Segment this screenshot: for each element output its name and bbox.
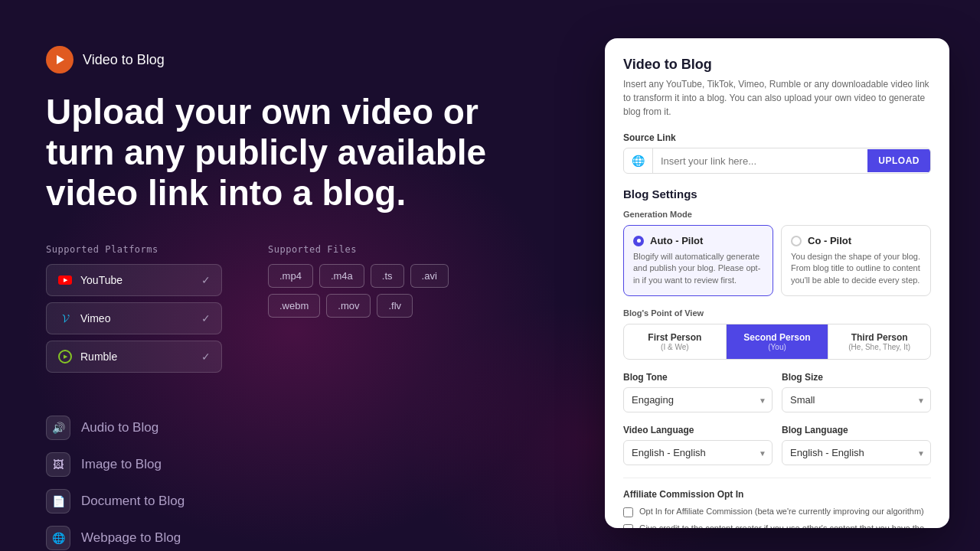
- nav-document-to-blog[interactable]: 📄 Document to Blog: [46, 489, 551, 514]
- file-tag-webm: .webm: [268, 294, 320, 318]
- pov-options: First Person (I & We) Second Person (You…: [623, 324, 931, 360]
- co-pilot-title: Co - Pilot: [808, 235, 851, 246]
- file-tag-ts: .ts: [371, 264, 404, 288]
- pov-first-person[interactable]: First Person (I & We): [624, 324, 727, 359]
- auto-pilot-desc: Blogify will automatically generate and …: [633, 251, 763, 286]
- platforms-label: Supported Platforms: [46, 244, 222, 255]
- file-tag-avi: .avi: [410, 264, 449, 288]
- blog-language-field: Blog Language English - English ▼: [782, 425, 931, 465]
- platform-rumble-label: Rumble: [80, 350, 117, 363]
- affiliate-checkbox-2[interactable]: [623, 524, 633, 528]
- app-title: Video to Blog: [83, 52, 165, 68]
- blog-size-field: Blog Size Small Medium Large ▼: [782, 372, 931, 412]
- pov-label: Blog's Point of View: [623, 308, 931, 318]
- pov-third-label: Third Person: [835, 332, 924, 343]
- webpage-icon: 🌐: [46, 526, 70, 550]
- video-language-select[interactable]: English - English: [623, 440, 773, 465]
- file-tag-mov: .mov: [326, 294, 371, 318]
- mode-auto-pilot[interactable]: Auto - Pilot Blogify will automatically …: [623, 225, 773, 296]
- platforms-section: Supported Platforms YouTube ✓ 𝓥 Vimeo: [46, 244, 222, 379]
- platform-vimeo[interactable]: 𝓥 Vimeo ✓: [46, 302, 222, 334]
- blog-tone-field: Blog Tone Engaging Formal Casual ▼: [623, 372, 773, 412]
- pov-first-label: First Person: [630, 332, 720, 343]
- affiliate-title: Affiliate Commission Opt In: [623, 489, 931, 500]
- vimeo-icon: 𝓥: [57, 311, 73, 326]
- nav-document-label: Document to Blog: [81, 494, 185, 509]
- platform-youtube[interactable]: YouTube ✓: [46, 264, 222, 296]
- app-logo-icon: [46, 46, 74, 73]
- auto-pilot-title: Auto - Pilot: [650, 235, 703, 246]
- nav-webpage-label: Webpage to Blog: [81, 530, 181, 546]
- affiliate-checkbox-1-row: Opt In for Affiliate Commission (beta we…: [623, 506, 931, 517]
- svg-marker-0: [57, 55, 64, 64]
- co-pilot-desc: You design the shape of your blog. From …: [791, 251, 921, 286]
- pov-third-person[interactable]: Third Person (He, She, They, It): [828, 324, 930, 359]
- affiliate-opt1-label: Opt In for Affiliate Commission (beta we…: [639, 506, 924, 517]
- files-label: Supported Files: [268, 244, 452, 255]
- blog-settings-title: Blog Settings: [623, 187, 931, 201]
- card-description: Insert any YouTube, TikTok, Vimeo, Rumbl…: [623, 77, 931, 119]
- nav-audio-label: Audio to Blog: [81, 420, 158, 435]
- right-card: Video to Blog Insert any YouTube, TikTok…: [605, 38, 949, 528]
- upload-button[interactable]: UPLOAD: [867, 149, 930, 172]
- rumble-icon: [57, 349, 73, 364]
- youtube-check-icon: ✓: [201, 274, 211, 286]
- pov-second-person[interactable]: Second Person (You): [727, 324, 829, 359]
- generation-mode-options: Auto - Pilot Blogify will automatically …: [623, 225, 931, 296]
- file-tag-mp4: .mp4: [268, 264, 313, 288]
- files-section: Supported Files .mp4 .m4a .ts .avi .webm…: [268, 244, 452, 379]
- side-nav: 🔊 Audio to Blog 🖼 Image to Blog 📄 Docume…: [46, 416, 551, 550]
- video-language-label: Video Language: [623, 425, 773, 435]
- generation-mode-label: Generation Mode: [623, 210, 931, 219]
- platforms-files-section: Supported Platforms YouTube ✓ 𝓥 Vimeo: [46, 244, 551, 379]
- blog-language-select[interactable]: English - English: [782, 440, 931, 465]
- affiliate-opt2-label: Give credit to the content creator if yo…: [639, 523, 931, 528]
- tone-size-row: Blog Tone Engaging Formal Casual ▼ Blog …: [623, 372, 931, 412]
- radio-co-pilot: [791, 236, 802, 246]
- language-row: Video Language English - English ▼ Blog …: [623, 425, 931, 465]
- pov-second-label: Second Person: [733, 332, 822, 343]
- blog-language-label: Blog Language: [782, 425, 931, 435]
- app-title-row: Video to Blog: [46, 46, 551, 73]
- blog-size-label: Blog Size: [782, 372, 931, 383]
- file-tag-m4a: .m4a: [319, 264, 364, 288]
- vimeo-check-icon: ✓: [201, 312, 211, 324]
- file-tag-flv: .flv: [377, 294, 413, 318]
- pov-first-sub: (I & We): [630, 343, 720, 351]
- source-link-row: 🌐 UPLOAD: [623, 148, 931, 174]
- source-link-input[interactable]: [653, 149, 867, 173]
- blog-tone-select[interactable]: Engaging Formal Casual: [623, 387, 773, 412]
- nav-image-to-blog[interactable]: 🖼 Image to Blog: [46, 452, 551, 477]
- globe-icon: 🌐: [624, 148, 653, 173]
- nav-image-label: Image to Blog: [81, 457, 162, 472]
- image-icon: 🖼: [46, 452, 70, 477]
- pov-third-sub: (He, She, They, It): [835, 343, 924, 351]
- platform-vimeo-label: Vimeo: [80, 312, 110, 324]
- card-title: Video to Blog: [623, 57, 931, 73]
- rumble-check-icon: ✓: [201, 350, 211, 363]
- pov-second-sub: (You): [733, 343, 822, 351]
- hero-heading: Upload your own video or turn any public…: [46, 92, 505, 214]
- blog-tone-label: Blog Tone: [623, 372, 773, 383]
- document-icon: 📄: [46, 489, 70, 514]
- blog-size-select[interactable]: Small Medium Large: [782, 387, 931, 412]
- affiliate-checkbox-2-row: Give credit to the content creator if yo…: [623, 523, 931, 528]
- youtube-icon: [57, 272, 73, 288]
- video-language-field: Video Language English - English ▼: [623, 425, 773, 465]
- radio-auto-pilot: [633, 236, 644, 246]
- audio-icon: 🔊: [46, 416, 70, 440]
- platform-youtube-label: YouTube: [80, 274, 122, 286]
- platform-rumble[interactable]: Rumble ✓: [46, 341, 222, 373]
- nav-audio-to-blog[interactable]: 🔊 Audio to Blog: [46, 416, 551, 440]
- source-link-label: Source Link: [623, 132, 931, 143]
- file-tags-container: .mp4 .m4a .ts .avi .webm .mov .flv: [268, 264, 452, 318]
- affiliate-section: Affiliate Commission Opt In Opt In for A…: [623, 478, 931, 528]
- nav-webpage-to-blog[interactable]: 🌐 Webpage to Blog: [46, 526, 551, 550]
- mode-co-pilot[interactable]: Co - Pilot You design the shape of your …: [781, 225, 931, 296]
- affiliate-checkbox-1[interactable]: [623, 507, 633, 517]
